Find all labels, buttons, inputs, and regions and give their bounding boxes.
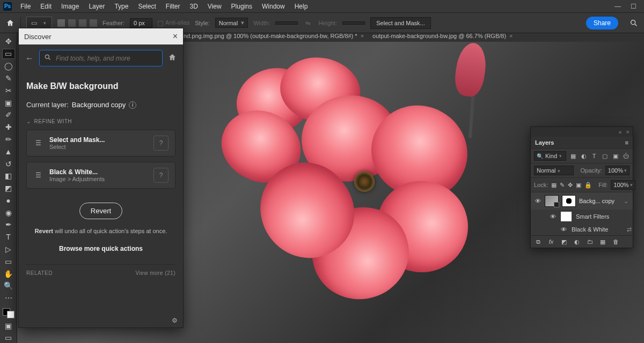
quick-mask-toggle[interactable]: ▣ <box>2 320 15 331</box>
new-adjustment-icon[interactable]: ◐ <box>573 238 581 245</box>
selection-intersect-icon[interactable] <box>90 19 97 27</box>
pen-tool[interactable]: ✒ <box>2 220 15 230</box>
revert-button[interactable]: Revert <box>79 203 122 219</box>
menu-select[interactable]: Select <box>134 1 160 12</box>
eyedropper-tool[interactable]: ✐ <box>2 110 15 120</box>
menu-help[interactable]: Help <box>290 1 312 12</box>
close-icon[interactable]: × <box>361 33 364 39</box>
marquee-tool[interactable]: ▭ <box>2 49 15 59</box>
screen-mode-toggle[interactable]: ▭ <box>2 333 15 343</box>
close-icon[interactable]: × <box>173 32 178 41</box>
filter-kind-select[interactable]: 🔍Kind▾ <box>534 151 566 161</box>
fill-input[interactable]: 100%▾ <box>611 180 635 190</box>
menu-edit[interactable]: Edit <box>36 1 56 12</box>
new-layer-icon[interactable]: ▦ <box>598 238 607 245</box>
refine-with-label[interactable]: ⌄REFINE WITH <box>26 118 175 124</box>
brush-tool[interactable]: ✏ <box>2 135 15 145</box>
opacity-input[interactable]: 100%▾ <box>605 166 630 175</box>
filter-type-icon[interactable]: T <box>590 152 598 160</box>
collapse-icon[interactable]: « <box>618 129 621 135</box>
share-button[interactable]: Share <box>586 17 618 29</box>
help-icon[interactable]: ? <box>153 136 169 151</box>
link-layers-icon[interactable]: ⧉ <box>534 238 543 245</box>
menu-type[interactable]: Type <box>110 1 133 12</box>
action-select-and-mask[interactable]: ☰ Select and Mask... Select ? <box>26 130 175 156</box>
filter-shape-icon[interactable]: ▢ <box>601 152 609 160</box>
search-icon[interactable] <box>629 18 639 28</box>
type-tool[interactable]: T <box>2 232 15 242</box>
layers-tab[interactable]: Layers ≡ <box>531 137 633 148</box>
eraser-tool[interactable]: ◧ <box>2 171 15 181</box>
color-swatches[interactable] <box>3 308 14 318</box>
gradient-tool[interactable]: ◩ <box>2 183 15 193</box>
menu-plugins[interactable]: Plugins <box>227 1 257 12</box>
menu-image[interactable]: Image <box>57 1 83 12</box>
layer-thumbnail[interactable] <box>545 195 559 207</box>
layer-mask-thumbnail[interactable] <box>562 195 576 207</box>
new-group-icon[interactable]: 🗀 <box>586 238 594 245</box>
shape-tool[interactable]: ▭ <box>2 256 15 266</box>
browse-more-link[interactable]: Browse more quick actions <box>26 245 175 252</box>
hand-tool[interactable]: ✋ <box>2 269 15 279</box>
stamp-tool[interactable]: ▲ <box>2 146 15 156</box>
lock-position-icon[interactable]: ✥ <box>568 181 573 189</box>
filter-item-row[interactable]: 👁 Black & White ⇄ <box>531 223 633 235</box>
zoom-tool[interactable]: 🔍 <box>2 281 15 291</box>
home-icon[interactable] <box>5 18 15 28</box>
more-tools[interactable]: ⋯ <box>2 293 15 303</box>
path-select-tool[interactable]: ▷ <box>2 244 15 255</box>
lock-all-icon[interactable]: 🔒 <box>584 181 592 189</box>
filter-adjust-icon[interactable]: ◐ <box>580 152 588 160</box>
view-more-link[interactable]: View more (21) <box>135 270 175 276</box>
healing-tool[interactable]: ✚ <box>2 122 15 132</box>
menu-filter[interactable]: Filter <box>162 1 185 12</box>
action-black-and-white[interactable]: ☰ Black & White... Image > Adjustments ? <box>26 162 175 189</box>
style-select[interactable]: Normal▾ <box>215 18 248 28</box>
feather-input[interactable]: 0 px <box>130 18 152 28</box>
close-icon[interactable]: × <box>509 33 513 39</box>
minimize-icon[interactable]: — <box>614 3 621 10</box>
maximize-icon[interactable]: ☐ <box>631 3 636 10</box>
dodge-tool[interactable]: ◉ <box>2 207 15 218</box>
filter-options-icon[interactable]: ⇄ <box>625 226 633 233</box>
delete-layer-icon[interactable]: 🗑 <box>611 238 620 245</box>
menu-3d[interactable]: 3D <box>185 1 202 12</box>
lock-paint-icon[interactable]: ✎ <box>560 181 565 189</box>
blend-mode-select[interactable]: Normal ▾ <box>534 166 574 175</box>
quick-select-tool[interactable]: ✎ <box>2 73 15 84</box>
help-icon[interactable]: ? <box>153 168 169 183</box>
add-mask-icon[interactable]: ◩ <box>560 238 568 245</box>
discover-search-box[interactable] <box>39 50 163 66</box>
back-icon[interactable]: ← <box>25 54 34 63</box>
filter-toggle-icon[interactable]: ⏻ <box>622 152 630 160</box>
filter-pixel-icon[interactable]: ▦ <box>569 152 577 160</box>
visibility-toggle-icon[interactable]: 👁 <box>549 213 557 220</box>
info-icon[interactable]: i <box>129 101 136 109</box>
close-icon[interactable]: × <box>626 129 630 135</box>
menu-window[interactable]: Window <box>258 1 289 12</box>
selection-add-icon[interactable] <box>68 19 76 27</box>
document-tab-2[interactable]: output-make-background-bw.jpg @ 66.7% (R… <box>372 33 513 39</box>
filter-smart-icon[interactable]: ▣ <box>612 152 619 160</box>
layer-row[interactable]: 👁 Backg... copy ⌄ <box>531 192 633 210</box>
blur-tool[interactable]: ● <box>2 195 15 205</box>
crop-tool[interactable]: ✂ <box>2 85 15 95</box>
menu-view[interactable]: View <box>203 1 226 12</box>
lock-artboard-icon[interactable]: ▣ <box>576 181 581 189</box>
menu-file[interactable]: File <box>16 1 35 12</box>
layer-name[interactable]: Backg... copy <box>579 198 614 204</box>
document-tab-1[interactable]: nd.png.img.png @ 100% (output-make-backg… <box>184 33 364 39</box>
lasso-tool[interactable]: ◯ <box>2 61 15 71</box>
layer-link-icon[interactable]: ⌄ <box>622 197 630 205</box>
panel-menu-icon[interactable]: ≡ <box>625 139 628 146</box>
move-tool[interactable]: ✥ <box>2 36 15 47</box>
select-and-mask-button[interactable]: Select and Mask... <box>370 17 431 29</box>
gear-icon[interactable]: ⚙ <box>172 317 178 324</box>
visibility-toggle-icon[interactable]: 👁 <box>560 226 567 233</box>
visibility-toggle-icon[interactable]: 👁 <box>534 198 541 204</box>
selection-new-icon[interactable] <box>57 19 65 27</box>
home-icon[interactable] <box>168 53 177 64</box>
lock-transparency-icon[interactable]: ▦ <box>551 181 557 189</box>
layer-fx-icon[interactable]: fx <box>547 238 555 245</box>
smart-filters-row[interactable]: 👁 Smart Filters <box>531 210 633 223</box>
